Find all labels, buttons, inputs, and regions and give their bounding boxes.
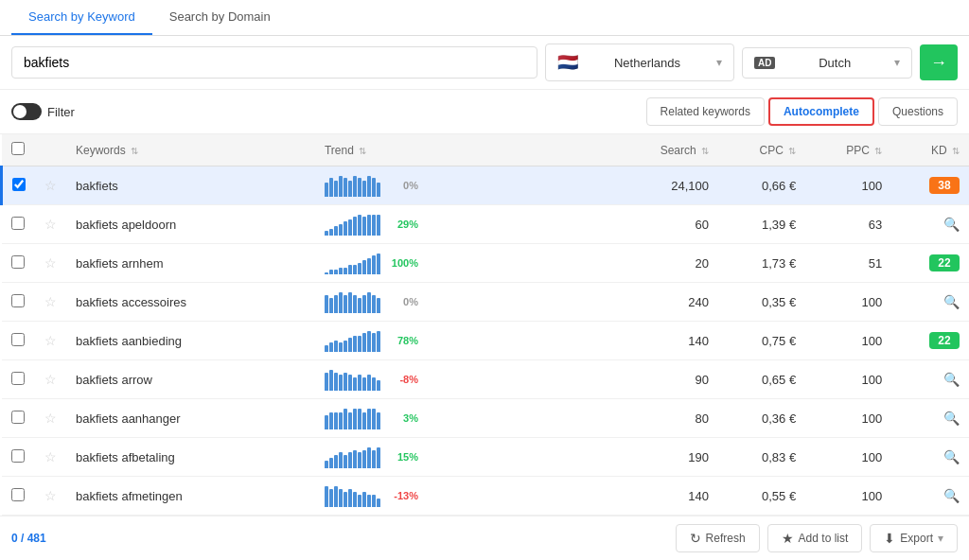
- ppc-cell: 63: [805, 205, 891, 244]
- kd-search-icon: 🔍: [943, 294, 960, 309]
- filter-toggle-switch[interactable]: [11, 103, 42, 120]
- keywords-sort-icon: ⇅: [131, 146, 138, 156]
- search-sort-icon: ⇅: [701, 146, 709, 156]
- trend-bar: [325, 174, 380, 197]
- trend-cell: 15%: [315, 438, 612, 477]
- ppc-cell: 100: [805, 166, 891, 205]
- add-list-icon: ★: [782, 531, 794, 546]
- trend-bar: [325, 446, 380, 468]
- row-checkbox[interactable]: [11, 217, 25, 230]
- keywords-table-wrap: Keywords ⇅ Trend ⇅ Search ⇅ CPC ⇅ PPC: [0, 134, 969, 541]
- country-name: Netherlands: [614, 56, 680, 70]
- header-cpc[interactable]: CPC ⇅: [718, 134, 805, 166]
- row-checkbox[interactable]: [12, 178, 26, 191]
- ppc-cell: 100: [805, 399, 891, 438]
- row-checkbox[interactable]: [11, 411, 25, 424]
- select-all-checkbox[interactable]: [11, 142, 25, 155]
- row-checkbox[interactable]: [11, 372, 25, 385]
- row-checkbox[interactable]: [11, 294, 25, 307]
- star-icon[interactable]: ☆: [35, 205, 66, 244]
- kd-badge: 22: [929, 254, 960, 271]
- kd-cell: 38: [891, 166, 969, 205]
- country-flag-icon: 🇳🇱: [557, 52, 578, 73]
- trend-cell: 100%: [315, 244, 612, 283]
- table-row: ☆bakfiets accessoires0%2400,35 €100🔍: [2, 283, 970, 322]
- filter-toggle[interactable]: Filter: [11, 103, 75, 120]
- cpc-cell: 0,36 €: [718, 399, 805, 438]
- keyword-cell: bakfiets aanbieding: [66, 322, 315, 360]
- table-header-row: Keywords ⇅ Trend ⇅ Search ⇅ CPC ⇅ PPC: [2, 134, 970, 166]
- star-icon[interactable]: ☆: [35, 360, 66, 399]
- export-button[interactable]: ⬇ Export ▾: [870, 524, 958, 552]
- kd-search-icon: 🔍: [943, 217, 960, 232]
- tab-bar: Search by Keyword Search by Domain: [0, 0, 969, 36]
- trend-percent: 0%: [386, 180, 418, 191]
- cpc-cell: 0,35 €: [718, 283, 805, 322]
- kd-cell: 🔍: [891, 283, 969, 322]
- trend-cell: 78%: [315, 322, 612, 360]
- bottom-actions: ↻ Refresh ★ Add to list ⬇ Export ▾: [676, 524, 958, 552]
- row-checkbox[interactable]: [11, 333, 25, 346]
- star-icon[interactable]: ☆: [35, 322, 66, 360]
- table-row: ☆bakfiets0%24,1000,66 €10038: [2, 166, 970, 205]
- star-icon[interactable]: ☆: [35, 438, 66, 477]
- ppc-cell: 100: [805, 477, 891, 516]
- tab-search-keyword[interactable]: Search by Keyword: [11, 0, 152, 35]
- go-button[interactable]: →: [920, 44, 958, 80]
- star-icon[interactable]: ☆: [35, 399, 66, 438]
- kd-cell: 🔍: [891, 360, 969, 399]
- search-volume-cell: 140: [612, 322, 718, 360]
- refresh-button[interactable]: ↻ Refresh: [676, 524, 760, 552]
- header-star-cell: [35, 134, 66, 166]
- row-checkbox[interactable]: [11, 255, 25, 269]
- result-count: 0 / 481: [11, 532, 46, 545]
- row-checkbox[interactable]: [11, 488, 25, 501]
- search-volume-cell: 60: [612, 205, 718, 244]
- autocomplete-button[interactable]: Autocomplete: [768, 97, 874, 126]
- header-trend[interactable]: Trend ⇅: [315, 134, 612, 166]
- header-keywords[interactable]: Keywords ⇅: [66, 134, 315, 166]
- header-kd[interactable]: KD ⇅: [891, 134, 969, 166]
- lang-chevron-icon: ▾: [894, 56, 900, 69]
- cpc-sort-icon: ⇅: [788, 146, 796, 156]
- trend-bar: [325, 329, 380, 352]
- kd-cell: 22: [891, 244, 969, 283]
- header-checkbox-cell: [2, 134, 36, 166]
- star-icon[interactable]: ☆: [35, 166, 66, 205]
- tab-search-domain[interactable]: Search by Domain: [152, 0, 288, 35]
- search-volume-cell: 140: [612, 477, 718, 516]
- table-body: ☆bakfiets0%24,1000,66 €10038☆bakfiets ap…: [2, 166, 970, 542]
- kd-cell: 🔍: [891, 399, 969, 438]
- header-search[interactable]: Search ⇅: [612, 134, 718, 166]
- keyword-cell: bakfiets afmetingen: [66, 477, 315, 516]
- trend-percent: 3%: [386, 412, 418, 424]
- keyword-input[interactable]: [11, 46, 537, 79]
- language-selector[interactable]: AD Dutch ▾: [742, 47, 912, 79]
- lang-name: Dutch: [819, 56, 851, 70]
- star-icon[interactable]: ☆: [35, 477, 66, 516]
- add-to-list-button[interactable]: ★ Add to list: [767, 524, 863, 552]
- trend-percent: -8%: [386, 374, 418, 385]
- related-keywords-button[interactable]: Related keywords: [646, 97, 765, 126]
- row-checkbox[interactable]: [11, 449, 25, 463]
- table-row: ☆bakfiets aanbieding78%1400,75 €10022: [2, 322, 970, 360]
- keyword-cell: bakfiets arnhem: [66, 244, 315, 283]
- header-ppc[interactable]: PPC ⇅: [805, 134, 891, 166]
- star-icon[interactable]: ☆: [35, 283, 66, 322]
- filter-left: Filter: [11, 103, 75, 120]
- export-icon: ⬇: [884, 531, 895, 546]
- keyword-cell: bakfiets afbetaling: [66, 438, 315, 477]
- trend-cell: 29%: [315, 205, 612, 244]
- export-chevron-icon: ▾: [938, 532, 943, 545]
- cpc-cell: 0,83 €: [718, 438, 805, 477]
- star-icon[interactable]: ☆: [35, 244, 66, 283]
- questions-button[interactable]: Questions: [878, 97, 958, 126]
- table-row: ☆bakfiets arrow-8%900,65 €100🔍: [2, 360, 970, 399]
- ppc-cell: 100: [805, 322, 891, 360]
- cpc-cell: 1,39 €: [718, 205, 805, 244]
- country-chevron-icon: ▾: [716, 56, 722, 69]
- add-list-label: Add to list: [799, 532, 849, 545]
- country-selector[interactable]: 🇳🇱 Netherlands ▾: [545, 44, 734, 81]
- trend-bar: [325, 213, 380, 236]
- kd-cell: 22: [891, 322, 969, 360]
